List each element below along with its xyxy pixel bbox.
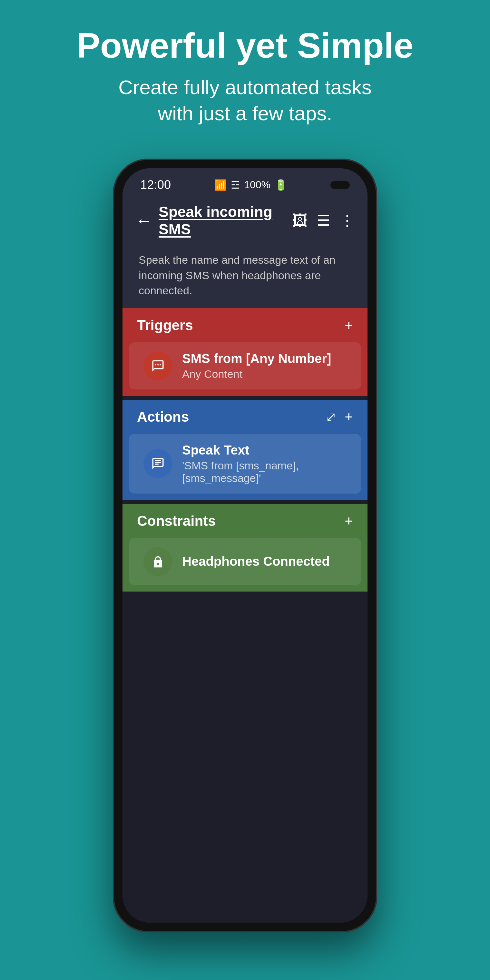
triggers-item-subtitle: Any Content xyxy=(182,368,331,380)
constraints-item-title: Headphones Connected xyxy=(182,554,330,569)
constraints-item-icon xyxy=(143,547,172,576)
top-bar-icons: 🖼 ☰ ⋮ xyxy=(293,212,355,229)
actions-add-icon[interactable]: + xyxy=(345,409,353,425)
triggers-item-title: SMS from [Any Number] xyxy=(182,352,331,366)
actions-header: Actions ⤢ + xyxy=(123,400,368,434)
status-icons: 📶 ☲ 100% 🔋 xyxy=(214,179,287,191)
dynamic-island xyxy=(331,181,350,189)
triggers-header: Triggers + xyxy=(123,308,368,342)
header-section: Powerful yet Simple Create fully automat… xyxy=(51,0,439,139)
battery-text: 100% xyxy=(244,179,270,191)
more-icon[interactable]: ⋮ xyxy=(340,212,355,229)
actions-label: Actions xyxy=(137,409,189,425)
signal-icon: ☲ xyxy=(231,179,240,191)
phone-screen: 12:00 📶 ☲ 100% 🔋 ← Speak incoming SMS 🖼 … xyxy=(123,168,368,923)
list-icon[interactable]: ☰ xyxy=(317,212,330,229)
actions-item[interactable]: Speak Text 'SMS from [sms_name], [sms_me… xyxy=(129,434,361,493)
header-subtitle: Create fully automated taskswith just a … xyxy=(76,75,413,126)
actions-item-icon xyxy=(143,449,172,478)
battery-icon: 🔋 xyxy=(274,179,287,191)
triggers-item-icon xyxy=(143,352,172,380)
phone-shell: 12:00 📶 ☲ 100% 🔋 ← Speak incoming SMS 🖼 … xyxy=(113,159,377,932)
actions-expand-icon[interactable]: ⤢ xyxy=(326,409,337,424)
screen-title: Speak incoming SMS xyxy=(159,203,286,238)
constraints-controls: + xyxy=(345,513,353,529)
triggers-item-text: SMS from [Any Number] Any Content xyxy=(182,352,331,380)
actions-controls: ⤢ + xyxy=(326,409,353,425)
triggers-item[interactable]: SMS from [Any Number] Any Content xyxy=(129,342,361,390)
constraints-label: Constraints xyxy=(137,513,216,529)
triggers-section: Triggers + SMS from [ xyxy=(123,308,368,396)
phone-mockup: 12:00 📶 ☲ 100% 🔋 ← Speak incoming SMS 🖼 … xyxy=(113,159,377,932)
status-bar: 12:00 📶 ☲ 100% 🔋 xyxy=(123,168,368,197)
triggers-label: Triggers xyxy=(137,317,193,333)
task-content: Triggers + SMS from [ xyxy=(123,308,368,923)
constraints-header: Constraints + xyxy=(123,504,368,538)
constraints-item[interactable]: Headphones Connected xyxy=(129,538,361,585)
triggers-controls: + xyxy=(345,317,353,333)
actions-item-text: Speak Text 'SMS from [sms_name], [sms_me… xyxy=(182,443,347,485)
header-title: Powerful yet Simple xyxy=(76,26,413,65)
wifi-icon: 📶 xyxy=(214,179,227,191)
actions-section: Actions ⤢ + xyxy=(123,400,368,500)
triggers-add-icon[interactable]: + xyxy=(345,317,353,333)
constraints-section: Constraints + Headphones Connected xyxy=(123,504,368,592)
actions-item-title: Speak Text xyxy=(182,443,347,457)
top-bar: ← Speak incoming SMS 🖼 ☰ ⋮ xyxy=(123,197,368,244)
task-description: Speak the name and message text of an in… xyxy=(123,244,368,308)
document-icon[interactable]: 🖼 xyxy=(293,212,307,229)
actions-item-subtitle: 'SMS from [sms_name], [sms_message]' xyxy=(182,460,347,485)
back-button[interactable]: ← xyxy=(135,211,152,230)
status-time: 12:00 xyxy=(140,178,171,192)
constraints-add-icon[interactable]: + xyxy=(345,513,353,529)
constraints-item-text: Headphones Connected xyxy=(182,554,330,569)
